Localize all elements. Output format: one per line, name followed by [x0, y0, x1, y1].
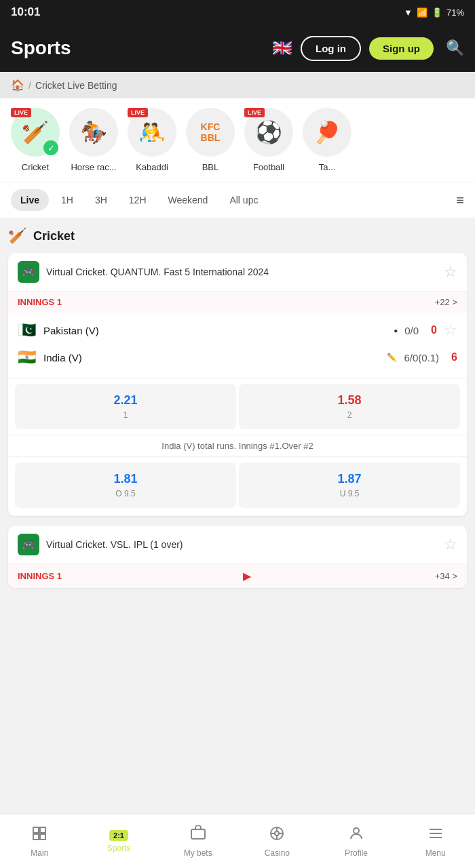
filter-tab-3h[interactable]: 3H	[86, 189, 117, 211]
match-header-1: 🎮 Virtual Cricket. QUANTUM. Fast 5 Inter…	[8, 253, 467, 292]
main-nav-label: Main	[31, 848, 48, 858]
bbl-label: BBL	[202, 162, 219, 172]
odds-label-2: 2	[347, 410, 352, 420]
breadcrumb-separator: /	[28, 80, 31, 91]
total-label-over: O 9.5	[115, 489, 135, 498]
profile-nav-icon	[348, 825, 364, 846]
pakistan-live-score: 0	[431, 324, 437, 336]
main-nav-icon	[31, 825, 48, 846]
status-time: 10:01	[11, 5, 40, 19]
match-icon-2: 🎮	[18, 534, 39, 555]
virtual-cricket-icon-2: 🎮	[22, 538, 35, 551]
casino-nav-icon	[269, 825, 285, 846]
india-live-score: 6	[451, 351, 457, 363]
total-label-under: U 9.5	[340, 489, 360, 498]
odds-btn-1[interactable]: 2.21 1	[15, 384, 236, 429]
india-batting-indicator: ✏️	[387, 353, 397, 362]
search-icon[interactable]: 🔍	[446, 39, 464, 57]
india-name: India (V)	[43, 352, 380, 363]
innings-extra-2[interactable]: +34 >	[435, 571, 457, 581]
svg-rect-2	[33, 834, 39, 840]
nav-item-menu[interactable]: Menu	[396, 814, 475, 868]
nav-item-sports[interactable]: 2:1 Sports	[79, 814, 159, 868]
battery-icon: 🔋	[432, 7, 442, 18]
sport-item-cricket[interactable]: LIVE 🏏 ✓ Cricket	[11, 108, 60, 172]
match-star-1[interactable]: ☆	[444, 263, 457, 281]
home-icon[interactable]: 🏠	[11, 79, 24, 92]
menu-nav-label: Menu	[425, 848, 446, 858]
kabaddi-label: Kabaddi	[136, 162, 168, 172]
sport-item-football[interactable]: LIVE ⚽ Football	[244, 108, 293, 172]
cricket-section-icon: 🏏	[8, 227, 26, 245]
time-filter-bar: Live 1H 3H 12H Weekend All upc ≡	[0, 182, 475, 218]
team-star-pakistan[interactable]: ☆	[444, 321, 457, 339]
breadcrumb: 🏠 / Cricket Live Betting	[0, 72, 475, 98]
odds-value-2: 1.58	[337, 393, 361, 408]
sport-item-kabaddi[interactable]: LIVE 🤼 Kabaddi	[128, 108, 176, 172]
live-badge-cricket: LIVE	[11, 108, 31, 117]
sport-item-table-tennis[interactable]: 🏓 Ta...	[303, 108, 352, 172]
sports-nav-label: Sports	[107, 844, 131, 853]
signup-button[interactable]: Sign up	[369, 37, 434, 60]
football-icon-wrap: LIVE ⚽	[244, 108, 293, 157]
bbl-icon-wrap: KFCBBL	[186, 108, 235, 157]
kabaddi-icon: 🤼	[138, 119, 166, 145]
app-title: Sports	[11, 37, 264, 59]
match-icon-1: 🎮	[18, 261, 39, 283]
network-icon: ▼	[404, 7, 413, 18]
filter-tab-weekend[interactable]: Weekend	[159, 189, 218, 211]
cricket-section-header: 🏏 Cricket	[8, 227, 467, 245]
filter-options-icon[interactable]: ≡	[456, 193, 464, 208]
match-name-1: Virtual Cricket. QUANTUM. Fast 5 Interna…	[46, 267, 437, 277]
nav-item-main[interactable]: Main	[0, 814, 79, 868]
menu-nav-icon	[428, 825, 444, 846]
nav-item-profile[interactable]: Profile	[317, 814, 396, 868]
login-button[interactable]: Log in	[301, 36, 361, 61]
total-btn-over[interactable]: 1.81 O 9.5	[15, 462, 236, 508]
language-flag[interactable]: 🇬🇧	[272, 39, 292, 58]
total-btn-under[interactable]: 1.87 U 9.5	[239, 462, 460, 508]
horse-racing-icon: 🏇	[80, 119, 107, 145]
teams-section-1: 🇵🇰 Pakistan (V) ● 0/0 0 ☆ 🇮🇳 India (V) ✏…	[8, 313, 467, 378]
filter-tab-1h[interactable]: 1H	[52, 189, 83, 211]
filter-tab-live[interactable]: Live	[11, 189, 49, 211]
nav-item-casino[interactable]: Casino	[238, 814, 317, 868]
cricket-label: Cricket	[22, 162, 49, 172]
india-flag: 🇮🇳	[18, 349, 37, 366]
sport-item-bbl[interactable]: KFCBBL BBL	[186, 108, 235, 172]
table-tennis-label: Ta...	[319, 162, 336, 172]
football-icon: ⚽	[255, 119, 282, 145]
table-tennis-icon-wrap: 🏓	[303, 108, 352, 157]
svg-rect-0	[33, 827, 39, 833]
innings-extra-1[interactable]: +22 >	[435, 297, 457, 307]
match-card-2: 🎮 Virtual Cricket. VSL. IPL (1 over) ☆ I…	[8, 526, 467, 588]
cricket-icon: 🏏	[22, 119, 49, 145]
horse-racing-label: Horse rac...	[71, 162, 116, 172]
kabaddi-icon-wrap: LIVE 🤼	[128, 108, 176, 157]
odds-btn-2[interactable]: 1.58 2	[239, 384, 460, 429]
svg-rect-4	[191, 829, 205, 839]
horse-racing-icon-wrap: 🏇	[69, 108, 118, 157]
team-row-pakistan: 🇵🇰 Pakistan (V) ● 0/0 0 ☆	[18, 317, 457, 344]
innings-row-2: INNINGS 1 ▶ +34 >	[8, 564, 467, 588]
my-bets-nav-label: My bets	[184, 848, 212, 858]
match-star-2[interactable]: ☆	[444, 536, 457, 553]
filter-tab-allupcoming[interactable]: All upc	[220, 189, 267, 211]
profile-nav-label: Profile	[345, 848, 368, 858]
breadcrumb-current: Cricket Live Betting	[35, 80, 117, 91]
totals-row-1: 1.81 O 9.5 1.87 U 9.5	[8, 457, 467, 516]
team-row-india: 🇮🇳 India (V) ✏️ 6/0(0.1) 6	[18, 344, 457, 371]
wifi-icon: 📶	[417, 7, 428, 18]
match-header-2: 🎮 Virtual Cricket. VSL. IPL (1 over) ☆	[8, 526, 467, 564]
nav-item-my-bets[interactable]: My bets	[158, 814, 238, 868]
pakistan-score: 0/0	[404, 325, 419, 336]
status-icons: ▼ 📶 🔋 71%	[404, 7, 464, 18]
innings-row-1: INNINGS 1 +22 >	[8, 292, 467, 313]
match-name-2: Virtual Cricket. VSL. IPL (1 over)	[46, 539, 437, 550]
bottom-nav: Main 2:1 Sports My bets Casino Profile M…	[0, 814, 475, 868]
live-badge-football: LIVE	[244, 108, 265, 117]
my-bets-nav-icon	[190, 825, 206, 846]
app-header: Sports 🇬🇧 Log in Sign up 🔍	[0, 24, 475, 72]
sport-item-horse-racing[interactable]: 🏇 Horse rac...	[69, 108, 118, 172]
filter-tab-12h[interactable]: 12H	[119, 189, 156, 211]
